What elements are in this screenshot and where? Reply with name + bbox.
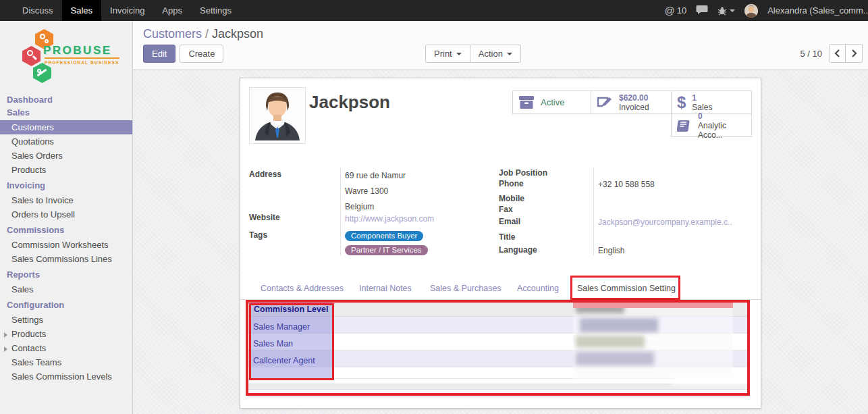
menu-apps[interactable]: Apps bbox=[153, 0, 191, 21]
top-menu-bar: Discuss Sales Invoicing Apps Settings @ … bbox=[0, 0, 868, 21]
menu-sales[interactable]: Sales bbox=[62, 0, 102, 21]
sidebar-heading-sales[interactable]: Sales bbox=[0, 107, 132, 120]
expand-arrow-icon[interactable] bbox=[4, 346, 7, 352]
breadcrumb-current: Jackpson bbox=[212, 27, 263, 41]
redacted-cell-text bbox=[576, 336, 645, 348]
sidebar-item-config-contacts[interactable]: Contacts bbox=[0, 341, 132, 355]
address-line2: Wavre 1300 bbox=[345, 186, 388, 196]
sidebar-item-sales-orders[interactable]: Sales Orders bbox=[0, 149, 132, 163]
probuse-logo: PROBUSE PROFESSIONAL BUSINESS bbox=[0, 28, 132, 84]
pager-next-button[interactable] bbox=[846, 44, 863, 63]
create-button[interactable]: Create bbox=[180, 45, 223, 63]
tags-field: Components Buyer Partner / IT Services bbox=[345, 229, 428, 257]
sidebar-heading-configuration[interactable]: Configuration bbox=[0, 296, 132, 313]
mention-count: 10 bbox=[677, 5, 686, 16]
phone-label: Phone bbox=[499, 179, 524, 188]
chevron-left-icon bbox=[834, 49, 840, 57]
pager-counter: 5 / 10 bbox=[800, 49, 822, 59]
website-link[interactable]: http://www.jackpson.com bbox=[345, 214, 434, 224]
menu-invoicing[interactable]: Invoicing bbox=[101, 0, 153, 21]
caret-down-icon bbox=[730, 9, 735, 12]
sales-count-value: 1 bbox=[692, 93, 712, 103]
sidebar-item-reports-sales[interactable]: Sales bbox=[0, 282, 132, 296]
sidebar-heading-invoicing[interactable]: Invoicing bbox=[0, 177, 132, 193]
active-stat-button[interactable]: Active bbox=[512, 90, 591, 114]
phone-value: +32 10 588 558 bbox=[598, 180, 655, 189]
edit-button[interactable]: Edit bbox=[143, 45, 175, 63]
tags-label: Tags bbox=[249, 230, 267, 240]
at-mention-icon: @ bbox=[664, 5, 674, 16]
analytic-accounts-stat-button[interactable]: 0 Analytic Acco... bbox=[671, 113, 752, 137]
tab-contacts-addresses[interactable]: Contacts & Addresses bbox=[258, 278, 346, 299]
sales-count-label: Sales bbox=[692, 103, 712, 112]
tab-sales-commission-setting[interactable]: Sales Commission Setting bbox=[574, 278, 678, 299]
logo-hexagon-magnifier-icon bbox=[22, 46, 40, 66]
action-dropdown-button[interactable]: Action bbox=[470, 45, 521, 63]
website-label: Website bbox=[249, 213, 280, 222]
sidebar-item-sales-commission-levels[interactable]: Sales Commission Levels bbox=[0, 369, 132, 384]
logo-subtitle: PROFESSIONAL BUSINESS bbox=[45, 57, 119, 65]
dollar-icon: $ bbox=[677, 93, 686, 112]
commission-level-cell[interactable]: Sales Man bbox=[253, 339, 293, 348]
sidebar-item-quotations[interactable]: Quotations bbox=[0, 134, 132, 149]
address-line1: 69 rue de Namur bbox=[345, 171, 406, 180]
sidebar-item-sales-commissions-lines[interactable]: Sales Commissions Lines bbox=[0, 252, 132, 266]
expand-arrow-icon[interactable] bbox=[4, 332, 7, 338]
menu-discuss[interactable]: Discuss bbox=[13, 0, 62, 21]
breadcrumb-customers-link[interactable]: Customers bbox=[143, 27, 202, 41]
customer-form-sheet: Jackpson Active $620.00 Invoiced $ bbox=[240, 78, 761, 409]
redacted-area bbox=[672, 374, 749, 385]
redacted-cell-text bbox=[576, 352, 654, 365]
sidebar-heading-commissions[interactable]: Commissions bbox=[0, 222, 132, 238]
user-name[interactable]: Alexandra (Sales_comm.. bbox=[767, 5, 868, 16]
sidebar-heading-reports[interactable]: Reports bbox=[0, 266, 132, 282]
invoiced-stat-button[interactable]: $620.00 Invoiced bbox=[591, 90, 672, 114]
tag-partner-it-services[interactable]: Partner / IT Services bbox=[345, 245, 428, 255]
sidebar-item-sales-to-invoice[interactable]: Sales to Invoice bbox=[0, 193, 132, 207]
active-label: Active bbox=[541, 97, 564, 107]
analytic-count-label: Analytic Acco... bbox=[698, 121, 746, 140]
sidebar-nav: Dashboard Sales Customers Quotations Sal… bbox=[0, 91, 132, 384]
logo-title: PROBUSE bbox=[43, 44, 112, 57]
debug-menu-button[interactable] bbox=[717, 6, 735, 16]
archive-box-icon bbox=[518, 95, 535, 109]
email-link[interactable]: Jackpson@yourcompany.example.c.. bbox=[598, 217, 732, 227]
action-label: Action bbox=[479, 49, 503, 59]
chat-bubble-icon[interactable] bbox=[696, 5, 708, 16]
mentions-button[interactable]: @ 10 bbox=[664, 5, 686, 16]
sidebar-item-customers[interactable]: Customers bbox=[0, 120, 132, 134]
sidebar-heading-dashboard[interactable]: Dashboard bbox=[0, 91, 132, 107]
record-pager: 5 / 10 bbox=[800, 44, 863, 63]
tab-accounting[interactable]: Accounting bbox=[514, 278, 562, 299]
title-label: Title bbox=[499, 232, 515, 242]
sidebar-item-products[interactable]: Products bbox=[0, 163, 132, 177]
print-dropdown-button[interactable]: Print bbox=[425, 45, 470, 63]
menu-settings[interactable]: Settings bbox=[191, 0, 240, 21]
tab-internal-notes[interactable]: Internal Notes bbox=[356, 278, 414, 299]
pager-previous-button[interactable] bbox=[829, 44, 846, 63]
sidebar-item-commission-worksheets[interactable]: Commission Worksheets bbox=[0, 238, 132, 252]
sidebar-item-sales-teams[interactable]: Sales Teams bbox=[0, 355, 132, 369]
tag-components-buyer[interactable]: Components Buyer bbox=[345, 231, 423, 241]
invoiced-value: $620.00 bbox=[619, 93, 649, 103]
sidebar-item-settings[interactable]: Settings bbox=[0, 313, 132, 327]
address-line3: Belgium bbox=[345, 202, 374, 211]
customer-name: Jackpson bbox=[309, 92, 390, 113]
commission-level-cell[interactable]: Sales Manager bbox=[253, 322, 310, 332]
fax-label: Fax bbox=[499, 205, 513, 214]
book-icon bbox=[677, 119, 692, 132]
language-value: English bbox=[598, 246, 624, 255]
address-label: Address bbox=[249, 170, 281, 179]
annotation-highlight-strip bbox=[573, 301, 733, 308]
commission-level-header[interactable]: Commission Level bbox=[254, 305, 328, 314]
sidebar-item-orders-to-upsell[interactable]: Orders to Upsell bbox=[0, 207, 132, 222]
tab-sales-purchases[interactable]: Sales & Purchases bbox=[427, 278, 504, 299]
user-avatar[interactable] bbox=[744, 4, 758, 18]
main-content: Jackpson Active $620.00 Invoiced $ bbox=[133, 70, 868, 414]
customer-photo[interactable] bbox=[249, 87, 306, 144]
mobile-label: Mobile bbox=[499, 194, 524, 203]
sidebar-item-config-products[interactable]: Products bbox=[0, 327, 132, 341]
commission-level-cell[interactable]: Callcenter Agent bbox=[253, 356, 315, 365]
field-group-divider bbox=[593, 167, 594, 255]
analytic-count-value: 0 bbox=[698, 111, 746, 121]
